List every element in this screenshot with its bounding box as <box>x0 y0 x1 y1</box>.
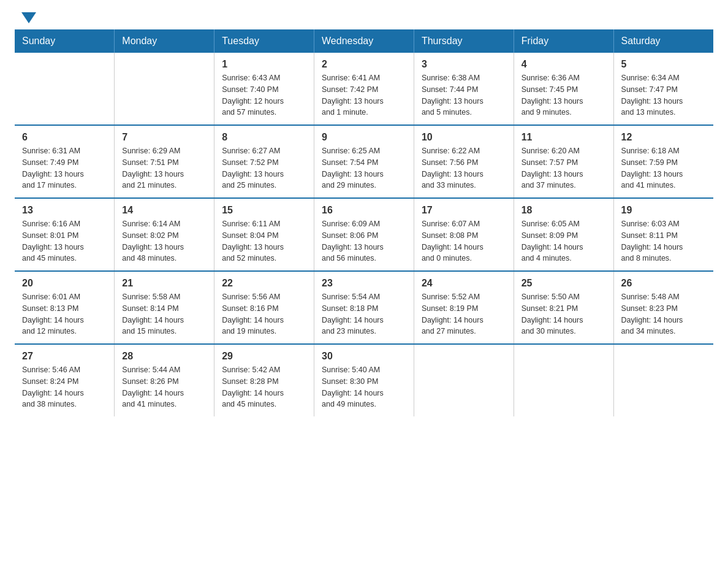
weekday-header-wednesday: Wednesday <box>314 29 414 53</box>
day-number: 4 <box>521 59 606 70</box>
day-number: 16 <box>322 205 406 216</box>
calendar-cell <box>514 344 613 416</box>
day-number: 8 <box>222 132 306 143</box>
day-number: 10 <box>422 132 506 143</box>
calendar-cell: 24Sunrise: 5:52 AM Sunset: 8:19 PM Dayli… <box>414 271 514 344</box>
day-number: 1 <box>222 59 306 70</box>
calendar-cell: 13Sunrise: 6:16 AM Sunset: 8:01 PM Dayli… <box>15 198 115 271</box>
calendar-cell: 3Sunrise: 6:38 AM Sunset: 7:44 PM Daylig… <box>414 53 514 125</box>
calendar-cell: 12Sunrise: 6:18 AM Sunset: 7:59 PM Dayli… <box>613 125 713 198</box>
calendar-cell: 2Sunrise: 6:41 AM Sunset: 7:42 PM Daylig… <box>314 53 414 125</box>
calendar-cell: 11Sunrise: 6:20 AM Sunset: 7:57 PM Dayli… <box>514 125 613 198</box>
day-number: 6 <box>22 132 107 143</box>
day-info: Sunrise: 5:52 AM Sunset: 8:19 PM Dayligh… <box>422 291 506 337</box>
day-info: Sunrise: 6:27 AM Sunset: 7:52 PM Dayligh… <box>222 145 306 191</box>
calendar-cell: 18Sunrise: 6:05 AM Sunset: 8:09 PM Dayli… <box>514 198 613 271</box>
day-number: 19 <box>621 205 706 216</box>
calendar-cell: 9Sunrise: 6:25 AM Sunset: 7:54 PM Daylig… <box>314 125 414 198</box>
calendar-cell: 6Sunrise: 6:31 AM Sunset: 7:49 PM Daylig… <box>15 125 115 198</box>
day-info: Sunrise: 5:44 AM Sunset: 8:26 PM Dayligh… <box>122 364 207 410</box>
day-number: 3 <box>422 59 506 70</box>
day-number: 15 <box>222 205 306 216</box>
week-row-3: 13Sunrise: 6:16 AM Sunset: 8:01 PM Dayli… <box>15 198 713 271</box>
weekday-header-tuesday: Tuesday <box>214 29 314 53</box>
day-number: 17 <box>422 205 506 216</box>
day-info: Sunrise: 6:09 AM Sunset: 8:06 PM Dayligh… <box>322 218 406 264</box>
calendar-cell: 28Sunrise: 5:44 AM Sunset: 8:26 PM Dayli… <box>115 344 214 416</box>
calendar-cell: 19Sunrise: 6:03 AM Sunset: 8:11 PM Dayli… <box>613 198 713 271</box>
calendar-cell <box>15 53 115 125</box>
day-info: Sunrise: 6:36 AM Sunset: 7:45 PM Dayligh… <box>521 72 606 118</box>
calendar-cell: 29Sunrise: 5:42 AM Sunset: 8:28 PM Dayli… <box>214 344 314 416</box>
calendar-cell: 21Sunrise: 5:58 AM Sunset: 8:14 PM Dayli… <box>115 271 214 344</box>
calendar-cell: 25Sunrise: 5:50 AM Sunset: 8:21 PM Dayli… <box>514 271 613 344</box>
day-number: 13 <box>22 205 107 216</box>
day-info: Sunrise: 5:40 AM Sunset: 8:30 PM Dayligh… <box>322 364 406 410</box>
day-number: 21 <box>122 278 207 289</box>
day-info: Sunrise: 6:05 AM Sunset: 8:09 PM Dayligh… <box>521 218 606 264</box>
calendar-cell: 15Sunrise: 6:11 AM Sunset: 8:04 PM Dayli… <box>214 198 314 271</box>
calendar-cell: 10Sunrise: 6:22 AM Sunset: 7:56 PM Dayli… <box>414 125 514 198</box>
day-number: 2 <box>322 59 406 70</box>
day-number: 12 <box>621 132 706 143</box>
day-number: 29 <box>222 351 306 362</box>
calendar-cell: 14Sunrise: 6:14 AM Sunset: 8:02 PM Dayli… <box>115 198 214 271</box>
day-number: 7 <box>122 132 207 143</box>
day-number: 24 <box>422 278 506 289</box>
day-info: Sunrise: 6:07 AM Sunset: 8:08 PM Dayligh… <box>422 218 506 264</box>
day-number: 18 <box>521 205 606 216</box>
weekday-header-sunday: Sunday <box>15 29 115 53</box>
calendar-cell: 27Sunrise: 5:46 AM Sunset: 8:24 PM Dayli… <box>15 344 115 416</box>
day-info: Sunrise: 6:11 AM Sunset: 8:04 PM Dayligh… <box>222 218 306 264</box>
weekday-header-saturday: Saturday <box>613 29 713 53</box>
calendar-cell <box>414 344 514 416</box>
day-number: 5 <box>621 59 706 70</box>
day-number: 9 <box>322 132 406 143</box>
day-info: Sunrise: 6:31 AM Sunset: 7:49 PM Dayligh… <box>22 145 107 191</box>
page-header <box>0 0 728 29</box>
day-info: Sunrise: 6:18 AM Sunset: 7:59 PM Dayligh… <box>621 145 706 191</box>
day-info: Sunrise: 6:38 AM Sunset: 7:44 PM Dayligh… <box>422 72 506 118</box>
week-row-4: 20Sunrise: 6:01 AM Sunset: 8:13 PM Dayli… <box>15 271 713 344</box>
day-number: 26 <box>621 278 706 289</box>
day-number: 11 <box>521 132 606 143</box>
calendar-cell: 5Sunrise: 6:34 AM Sunset: 7:47 PM Daylig… <box>613 53 713 125</box>
calendar-cell <box>613 344 713 416</box>
day-number: 22 <box>222 278 306 289</box>
day-info: Sunrise: 5:56 AM Sunset: 8:16 PM Dayligh… <box>222 291 306 337</box>
day-number: 27 <box>22 351 107 362</box>
week-row-5: 27Sunrise: 5:46 AM Sunset: 8:24 PM Dayli… <box>15 344 713 416</box>
day-info: Sunrise: 5:42 AM Sunset: 8:28 PM Dayligh… <box>222 364 306 410</box>
calendar-cell: 20Sunrise: 6:01 AM Sunset: 8:13 PM Dayli… <box>15 271 115 344</box>
weekday-header-friday: Friday <box>514 29 613 53</box>
calendar-cell: 22Sunrise: 5:56 AM Sunset: 8:16 PM Dayli… <box>214 271 314 344</box>
calendar-cell: 26Sunrise: 5:48 AM Sunset: 8:23 PM Dayli… <box>613 271 713 344</box>
day-number: 20 <box>22 278 107 289</box>
day-info: Sunrise: 6:43 AM Sunset: 7:40 PM Dayligh… <box>222 72 306 118</box>
week-row-1: 1Sunrise: 6:43 AM Sunset: 7:40 PM Daylig… <box>15 53 713 125</box>
day-info: Sunrise: 6:41 AM Sunset: 7:42 PM Dayligh… <box>322 72 406 118</box>
day-number: 28 <box>122 351 207 362</box>
week-row-2: 6Sunrise: 6:31 AM Sunset: 7:49 PM Daylig… <box>15 125 713 198</box>
day-info: Sunrise: 6:29 AM Sunset: 7:51 PM Dayligh… <box>122 145 207 191</box>
day-info: Sunrise: 6:03 AM Sunset: 8:11 PM Dayligh… <box>621 218 706 264</box>
day-info: Sunrise: 5:54 AM Sunset: 8:18 PM Dayligh… <box>322 291 406 337</box>
day-info: Sunrise: 6:16 AM Sunset: 8:01 PM Dayligh… <box>22 218 107 264</box>
day-info: Sunrise: 6:34 AM Sunset: 7:47 PM Dayligh… <box>621 72 706 118</box>
day-info: Sunrise: 5:46 AM Sunset: 8:24 PM Dayligh… <box>22 364 107 410</box>
calendar-cell: 17Sunrise: 6:07 AM Sunset: 8:08 PM Dayli… <box>414 198 514 271</box>
day-number: 14 <box>122 205 207 216</box>
weekday-header-thursday: Thursday <box>414 29 514 53</box>
day-number: 23 <box>322 278 406 289</box>
calendar-cell: 4Sunrise: 6:36 AM Sunset: 7:45 PM Daylig… <box>514 53 613 125</box>
calendar-table: SundayMondayTuesdayWednesdayThursdayFrid… <box>15 29 713 416</box>
day-info: Sunrise: 6:20 AM Sunset: 7:57 PM Dayligh… <box>521 145 606 191</box>
calendar-cell: 16Sunrise: 6:09 AM Sunset: 8:06 PM Dayli… <box>314 198 414 271</box>
weekday-header-monday: Monday <box>115 29 214 53</box>
calendar-cell: 23Sunrise: 5:54 AM Sunset: 8:18 PM Dayli… <box>314 271 414 344</box>
day-info: Sunrise: 5:58 AM Sunset: 8:14 PM Dayligh… <box>122 291 207 337</box>
weekday-header-row: SundayMondayTuesdayWednesdayThursdayFrid… <box>15 29 713 53</box>
day-info: Sunrise: 5:48 AM Sunset: 8:23 PM Dayligh… <box>621 291 706 337</box>
calendar-cell: 7Sunrise: 6:29 AM Sunset: 7:51 PM Daylig… <box>115 125 214 198</box>
calendar-cell: 1Sunrise: 6:43 AM Sunset: 7:40 PM Daylig… <box>214 53 314 125</box>
